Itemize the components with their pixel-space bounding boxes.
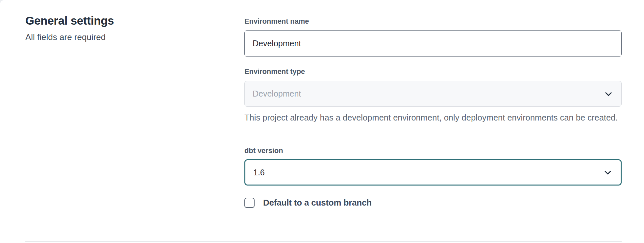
dbt-version-select[interactable]: 1.6 [244,159,622,186]
section-divider [25,241,622,242]
environment-settings-page: General settings All fields are required… [0,0,644,243]
card-corner [0,0,6,6]
page-title: General settings [25,13,210,28]
dbt-version-label: dbt version [244,146,283,155]
page-subtitle: All fields are required [25,32,210,43]
chevron-down-icon [604,89,613,99]
environment-type-value: Development [253,89,301,99]
environment-name-label: Environment name [244,17,309,26]
environment-name-input[interactable] [244,30,622,57]
environment-type-label: Environment type [244,67,305,76]
custom-branch-label: Default to a custom branch [263,198,372,208]
dbt-version-value: 1.6 [253,168,265,177]
section-header: General settings All fields are required [25,13,210,43]
custom-branch-option[interactable]: Default to a custom branch [244,198,372,208]
chevron-down-icon [603,167,613,177]
environment-type-helper-text: This project already has a development e… [244,111,622,124]
custom-branch-checkbox[interactable] [244,198,255,208]
environment-type-select: Development [244,81,622,107]
